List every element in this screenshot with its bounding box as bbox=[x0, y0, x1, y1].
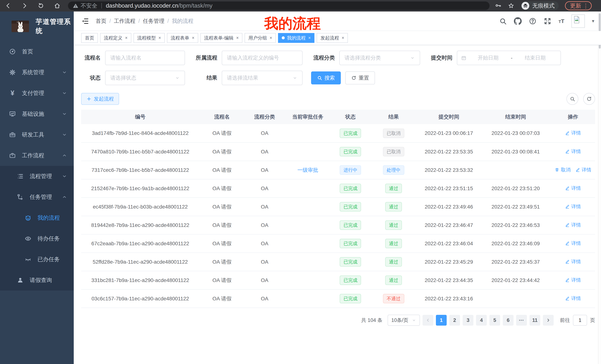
close-icon[interactable]: × bbox=[270, 36, 272, 40]
sidebar-item-pay[interactable]: ¥ 支付管理 bbox=[0, 83, 74, 104]
sidebar-item-done-task[interactable]: 已办任务 bbox=[0, 249, 74, 270]
calendar-icon bbox=[461, 55, 467, 61]
status-select[interactable]: 请选择状态 bbox=[105, 71, 185, 85]
detail-action-link[interactable]: 详情 bbox=[565, 222, 581, 228]
cancel-action-link[interactable]: 取消 bbox=[555, 167, 571, 173]
sidebar-item-home[interactable]: 首页 bbox=[0, 41, 74, 62]
sidebar-item-leave-query[interactable]: 请假查询 bbox=[0, 270, 74, 290]
bookmark-star-icon[interactable] bbox=[508, 2, 514, 9]
goto-page-input[interactable]: 1 bbox=[573, 315, 587, 326]
close-icon[interactable]: × bbox=[341, 36, 344, 40]
parent-process-input[interactable]: 请输入流程定义的编号 bbox=[222, 51, 302, 65]
page-button-4[interactable]: 4 bbox=[476, 315, 487, 326]
detail-action-link[interactable]: 详情 bbox=[565, 148, 581, 155]
sidebar-item-dev-tools[interactable]: 研发工具 bbox=[0, 124, 74, 145]
tab-process-model[interactable]: 流程模型 × bbox=[133, 33, 165, 43]
page-button-5[interactable]: 5 bbox=[489, 315, 500, 326]
tab-process-def[interactable]: 流程定义 × bbox=[100, 33, 131, 43]
tab-my-process[interactable]: 我的流程 × bbox=[278, 33, 314, 43]
cell-process-name: OA 请假 bbox=[199, 161, 244, 179]
submit-time-range-picker[interactable]: 开始日期 - 结束日期 bbox=[457, 51, 561, 65]
table-row: 03c6c157-7b9a-11ec-a290-acde48001122 OA … bbox=[81, 289, 595, 308]
avatar[interactable] bbox=[571, 14, 585, 28]
end-date-input[interactable]: 结束日期 bbox=[514, 54, 557, 61]
cell-process-id: 2152467e-7b9b-11ec-9a1b-acde48001122 bbox=[81, 179, 199, 198]
key-icon[interactable] bbox=[495, 2, 501, 9]
table-row: 7470a810-7b9b-11ec-b5b7-acde48001122 OA … bbox=[81, 143, 595, 161]
current-task-link[interactable]: 一级审批 bbox=[297, 167, 318, 173]
browser-forward-icon[interactable] bbox=[21, 2, 28, 9]
fullscreen-icon[interactable] bbox=[544, 17, 551, 25]
page-button-3[interactable]: 3 bbox=[463, 315, 473, 326]
browser-menu-icon[interactable]: ⋮ bbox=[583, 3, 589, 9]
result-select[interactable]: 请选择流结果 bbox=[222, 71, 302, 85]
chevron-up-icon bbox=[62, 194, 67, 200]
sidebar-item-infra[interactable]: 基础设施 bbox=[0, 104, 74, 124]
breadcrumb-workflow[interactable]: 工作流程 bbox=[114, 18, 135, 25]
create-process-button[interactable]: 发起流程 bbox=[81, 93, 119, 105]
app-logo[interactable]: 芋道管理系统 bbox=[0, 11, 74, 41]
close-icon[interactable]: × bbox=[125, 36, 128, 40]
address-bar[interactable]: 不安全 dashboard.yudao.iocoder.cn /bpm/task… bbox=[68, 1, 490, 10]
tab-process-form-edit[interactable]: 流程表单-编辑 × bbox=[200, 33, 242, 43]
detail-action-link[interactable]: 详情 bbox=[565, 277, 581, 283]
chevron-down-icon[interactable]: ▾ bbox=[592, 18, 594, 24]
detail-action-link[interactable]: 详情 bbox=[575, 167, 591, 173]
close-icon[interactable]: × bbox=[159, 36, 161, 40]
prev-page-button[interactable] bbox=[422, 315, 433, 326]
incognito-icon bbox=[521, 2, 529, 10]
page-button-2[interactable]: 2 bbox=[449, 315, 460, 326]
sidebar-item-todo-task[interactable]: 待办任务 bbox=[0, 228, 74, 249]
tab-home[interactable]: 首页 bbox=[81, 33, 98, 43]
start-date-input[interactable]: 开始日期 bbox=[467, 54, 510, 61]
show-search-button[interactable] bbox=[566, 93, 578, 105]
close-icon[interactable]: × bbox=[308, 36, 311, 40]
browser-home-icon[interactable] bbox=[54, 2, 60, 9]
close-icon[interactable]: × bbox=[192, 36, 194, 40]
detail-action-link[interactable]: 详情 bbox=[565, 240, 581, 247]
sidebar-item-process-mgmt[interactable]: 流程管理 bbox=[0, 166, 74, 187]
sidebar-item-system[interactable]: 系统管理 bbox=[0, 62, 74, 83]
browser-back-icon[interactable] bbox=[5, 2, 11, 9]
search-icon[interactable] bbox=[499, 17, 507, 25]
search-button[interactable]: 搜索 bbox=[311, 71, 341, 84]
tab-user-group[interactable]: 用户分组 × bbox=[245, 33, 276, 43]
detail-action-link[interactable]: 详情 bbox=[565, 259, 581, 265]
sidebar-item-workflow[interactable]: 工作流程 bbox=[0, 145, 74, 166]
detail-action-link[interactable]: 详情 bbox=[565, 130, 581, 136]
font-size-icon[interactable]: TT bbox=[559, 18, 564, 24]
page-button-6[interactable]: 6 bbox=[503, 315, 513, 326]
not-secure-warning[interactable]: 不安全 bbox=[73, 2, 97, 10]
reset-button[interactable]: 重置 bbox=[345, 71, 375, 84]
page-button-1[interactable]: 1 bbox=[436, 315, 447, 326]
category-select[interactable]: 请选择流程分类 bbox=[339, 51, 420, 65]
eye-closed-icon bbox=[24, 256, 32, 263]
collapse-menu-icon[interactable] bbox=[81, 17, 89, 25]
page-scrollbar[interactable] bbox=[598, 11, 601, 364]
github-icon[interactable] bbox=[514, 17, 522, 25]
browser-reload-icon[interactable] bbox=[38, 2, 44, 9]
tab-start-process[interactable]: 发起流程 × bbox=[317, 33, 348, 43]
browser-update-button[interactable]: 更新 ⋮ bbox=[565, 1, 592, 10]
sidebar-menu: 首页 系统管理 ¥ 支付管理 基础设施 研发工具 工作流程 流程管理 任务管理 bbox=[0, 41, 74, 290]
breadcrumb-current: 我的流程 bbox=[172, 18, 193, 25]
next-page-button[interactable] bbox=[543, 315, 554, 326]
process-name-input[interactable]: 请输入流程名 bbox=[105, 51, 185, 65]
breadcrumb-home[interactable]: 首页 bbox=[96, 18, 106, 25]
detail-action-link[interactable]: 详情 bbox=[565, 295, 581, 302]
refresh-table-button[interactable] bbox=[583, 93, 595, 105]
breadcrumb-task-mgmt[interactable]: 任务管理 bbox=[143, 18, 164, 25]
sidebar-item-my-process[interactable]: 我的流程 bbox=[0, 207, 74, 228]
chevron-down-icon bbox=[292, 76, 297, 80]
page-button-11[interactable]: 11 bbox=[530, 315, 540, 326]
chevron-down-icon bbox=[62, 111, 67, 116]
detail-action-link[interactable]: 详情 bbox=[565, 185, 581, 192]
close-icon[interactable]: × bbox=[236, 36, 239, 40]
tab-process-form[interactable]: 流程表单 × bbox=[167, 33, 198, 43]
help-icon[interactable] bbox=[529, 17, 537, 25]
sidebar-item-task-mgmt[interactable]: 任务管理 bbox=[0, 187, 74, 207]
cell-process-id: 67c2eaab-7b9a-11ec-a290-acde48001122 bbox=[81, 234, 199, 253]
page-size-select[interactable]: 10条/页 bbox=[388, 315, 420, 326]
more-pages-button[interactable]: ••• bbox=[516, 315, 527, 326]
detail-action-link[interactable]: 详情 bbox=[565, 203, 581, 210]
